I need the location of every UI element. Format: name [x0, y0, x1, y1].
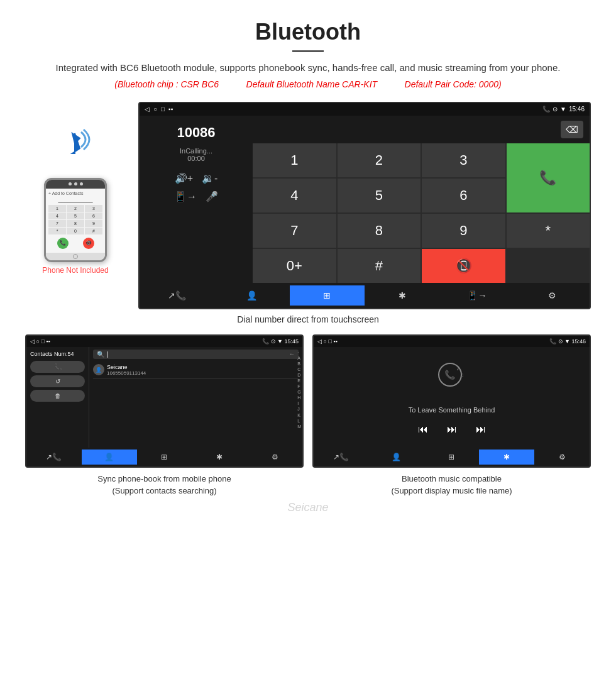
music-content: 📞 ♪ ♫ To Leave Something Behind ⏮ ⏭ ⏭: [314, 347, 590, 448]
music-caption: Bluetooth music compatible (Support disp…: [312, 473, 591, 497]
music-phone-icon: 📞 ♪ ♫: [436, 359, 468, 396]
music-bb-call[interactable]: ↗📞: [314, 450, 369, 465]
key-3[interactable]: 3: [422, 143, 505, 177]
dial-right-panel: ⌫ 1 2 3 📞 4 5 6 7 8 9 * 0+: [253, 116, 590, 283]
pb-bb-bluetooth[interactable]: ✱: [192, 450, 247, 465]
phonebook-caption-line1: Sync phone-book from mobile phone: [25, 473, 304, 485]
dial-volume-row: 🔊+ 🔉-: [175, 172, 218, 184]
main-content: + Add to Contacts ___________ 123 456 78…: [0, 96, 616, 527]
dial-action-row: 📱→ 🎤: [174, 190, 218, 202]
dial-screen: 10086 InCalling... 00:00 🔊+ 🔉- 📱→ 🎤: [140, 116, 590, 283]
pb-index: ·ABCDEFGHIJKLM: [297, 350, 301, 429]
phone-top-bar: [46, 180, 105, 189]
music-bottom-bar: ↗📞 👤 ⊞ ✱ ⚙: [314, 448, 590, 466]
pb-backspace-icon[interactable]: ←: [289, 351, 295, 357]
key-star[interactable]: *: [507, 214, 590, 248]
large-demo-row: + Add to Contacts ___________ 123 456 78…: [25, 102, 591, 309]
android-screen-large: ◁ ○ □ ▪▪ 📞 ⊙ ▼ 15:46 10086 InCalling: [138, 102, 591, 309]
pb-bb-contacts[interactable]: 👤: [82, 450, 137, 465]
key-5[interactable]: 5: [338, 179, 421, 212]
dial-number: 10086: [177, 124, 215, 141]
svg-text:♪: ♪: [456, 365, 459, 372]
contact-info: Seicane 10655059113144: [107, 364, 146, 376]
pb-call-btn[interactable]: 📞: [30, 361, 85, 373]
mic-icon[interactable]: 🎤: [206, 190, 218, 202]
contact-number: 10655059113144: [107, 370, 146, 376]
key-7[interactable]: 7: [253, 214, 336, 248]
phone-device-mockup: + Add to Contacts ___________ 123 456 78…: [44, 178, 107, 262]
statusbar-right: 📞 ⊙ ▼ 15:46: [542, 106, 585, 113]
next-button[interactable]: ⏭: [476, 424, 486, 435]
phonebook-caption: Sync phone-book from mobile phone (Suppo…: [25, 473, 304, 497]
pb-sync-btn[interactable]: ↺: [30, 375, 85, 387]
music-bb-bluetooth[interactable]: ✱: [479, 450, 534, 465]
pb-delete-btn[interactable]: 🗑: [30, 390, 85, 402]
page-header: Bluetooth Integrated with BC6 Bluetooth …: [0, 0, 616, 96]
music-screen: ◁ ○ □ ▪▪ 📞 ⊙ ▼ 15:46 📞 ♪ ♫ To Le: [312, 334, 591, 468]
key-6[interactable]: 6: [422, 179, 505, 212]
music-statusbar-right: 📞 ⊙ ▼ 15:46: [549, 338, 586, 345]
music-controls: ⏮ ⏭ ⏭: [418, 424, 486, 435]
transfer-icon[interactable]: 📱→: [174, 190, 197, 202]
dial-status: InCalling... 00:00: [180, 147, 212, 162]
pb-statusbar: ◁ ○ □ ▪▪ 📞 ⊙ ▼ 15:45: [26, 336, 302, 347]
notif-icon: ▪▪: [168, 106, 173, 113]
contact-name: Seicane: [107, 364, 146, 370]
bottom-captions: Sync phone-book from mobile phone (Suppo…: [25, 473, 591, 497]
svg-text:📞: 📞: [444, 370, 456, 380]
key-hash[interactable]: #: [338, 249, 421, 283]
dial-left-panel: 10086 InCalling... 00:00 🔊+ 🔉- 📱→ 🎤: [140, 116, 253, 283]
call-green-button[interactable]: 📞: [507, 143, 590, 212]
home-icon: ○: [153, 106, 157, 113]
bluetooth-icon: [60, 127, 91, 172]
key-8[interactable]: 8: [338, 214, 421, 248]
key-1[interactable]: 1: [253, 143, 336, 177]
prev-button[interactable]: ⏮: [418, 424, 428, 435]
vol-down-icon[interactable]: 🔉-: [202, 172, 217, 184]
vol-up-icon[interactable]: 🔊+: [175, 172, 193, 184]
dial-bottom-bar: ↗📞 👤 ⊞ ✱ 📱→ ⚙: [140, 283, 590, 308]
music-statusbar-left: ◁ ○ □ ▪▪: [317, 338, 338, 345]
header-chips: (Bluetooth chip : CSR BC6 Default Blueto…: [13, 79, 603, 89]
backspace-button[interactable]: ⌫: [561, 121, 583, 138]
key-4[interactable]: 4: [253, 179, 336, 212]
pb-right-panel: 🔍 | ← 👤 Seicane 10655059113144 ·ABCDEFGH…: [89, 347, 302, 448]
pb-bb-dialpad[interactable]: ⊞: [137, 450, 192, 465]
music-song-title: To Leave Something Behind: [409, 406, 495, 414]
statusbar-large: ◁ ○ □ ▪▪ 📞 ⊙ ▼ 15:46: [140, 103, 590, 116]
pb-search-input[interactable]: |: [107, 351, 289, 358]
play-pause-button[interactable]: ⏭: [447, 424, 457, 435]
time-large: 15:46: [569, 106, 585, 113]
dbb-dialpad[interactable]: ⊞: [290, 285, 365, 306]
music-icon-area: 📞 ♪ ♫: [436, 359, 468, 396]
svg-text:♫: ♫: [460, 372, 464, 378]
page-title: Bluetooth: [13, 19, 603, 45]
key-9[interactable]: 9: [422, 214, 505, 248]
dbb-settings[interactable]: ⚙: [515, 285, 590, 306]
music-caption-line2: (Support display music file name): [312, 485, 591, 497]
call-status-icon: 📞: [542, 106, 550, 113]
dbb-contacts[interactable]: 👤: [214, 285, 289, 306]
pb-bb-call[interactable]: ↗📞: [26, 450, 82, 465]
bottom-row: ◁ ○ □ ▪▪ 📞 ⊙ ▼ 15:45 Contacts Num:54 📞 ↺…: [25, 334, 591, 468]
music-bb-dialpad[interactable]: ⊞: [424, 450, 480, 465]
dbb-call[interactable]: ↗📞: [140, 285, 214, 306]
dial-input-row: ⌫: [253, 116, 590, 143]
music-bb-settings[interactable]: ⚙: [534, 450, 590, 465]
pb-contact-item: 👤 Seicane 10655059113144: [93, 361, 299, 379]
dbb-bluetooth[interactable]: ✱: [365, 285, 439, 306]
numpad-grid: 1 2 3 📞 4 5 6 7 8 9 * 0+ # 📵: [253, 143, 590, 283]
pb-search-row: 🔍 | ←: [93, 350, 299, 359]
music-statusbar: ◁ ○ □ ▪▪ 📞 ⊙ ▼ 15:46: [314, 336, 590, 347]
phone-left-section: + Add to Contacts ___________ 123 456 78…: [25, 102, 126, 275]
pb-bb-settings[interactable]: ⚙: [247, 450, 302, 465]
dbb-transfer[interactable]: 📱→: [439, 285, 514, 306]
end-call-button[interactable]: 📵: [422, 249, 505, 283]
pb-statusbar-left: ◁ ○ □ ▪▪: [30, 338, 50, 345]
phonebook-screen: ◁ ○ □ ▪▪ 📞 ⊙ ▼ 15:45 Contacts Num:54 📞 ↺…: [25, 334, 304, 468]
key-0[interactable]: 0+: [253, 249, 336, 283]
back-icon: ◁: [145, 106, 150, 113]
key-2[interactable]: 2: [338, 143, 421, 177]
music-bb-contacts[interactable]: 👤: [369, 450, 424, 465]
search-icon: 🔍: [97, 351, 104, 358]
